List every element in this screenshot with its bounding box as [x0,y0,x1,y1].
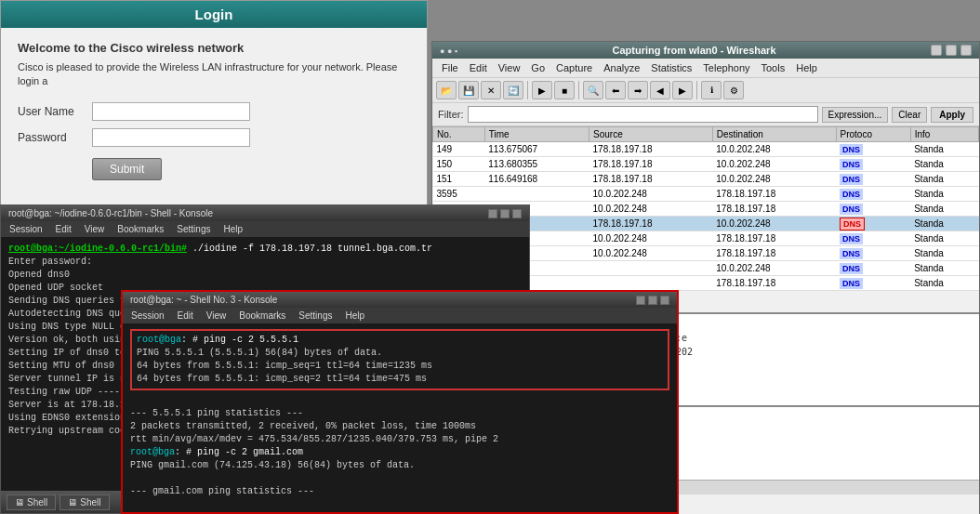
shell3-line: 2 packets transmitted, 2 received, 0% pa… [130,420,669,433]
expression-button[interactable]: Expression... [822,107,889,123]
apply-button[interactable]: Apply [931,107,973,123]
shell1-minimize[interactable] [488,209,497,218]
shell3-maximize[interactable] [648,296,657,305]
shell3-menubar: Session Edit View Bookmarks Settings Hel… [123,308,677,323]
shell3-line: root@bga: # ping -c 2 5.5.5.1 [137,334,663,347]
menu-edit[interactable]: Edit [464,60,493,75]
toolbar-stop[interactable]: ■ [554,81,575,99]
filter-input[interactable] [468,106,818,123]
toolbar-zoom-reset[interactable]: ➡ [628,81,648,99]
username-label: User Name [18,105,92,118]
table-cell [589,276,713,291]
login-desc: Cisco is pleased to provide the Wireless… [18,60,410,89]
shell3-window: root@bga: ~ - Shell No. 3 - Konsole Sess… [121,290,679,514]
toolbar-reload[interactable]: 🔄 [503,81,523,99]
shell1-menu-bookmarks[interactable]: Bookmarks [113,223,168,235]
col-source: Source [589,127,713,142]
table-row[interactable]: 151116.649168178.18.197.1810.0.202.248DN… [433,172,979,187]
username-row: User Name [18,102,410,121]
shell1-maximize[interactable] [500,209,510,218]
toolbar-filter-go[interactable]: ▶ [532,81,552,99]
minimize-button[interactable] [931,45,942,56]
shell1-menu-view[interactable]: View [80,223,110,235]
shell1-close[interactable] [512,209,522,218]
table-cell: 10.0.202.248 [589,202,713,217]
shell3-menu-settings[interactable]: Settings [294,310,337,322]
table-cell: 113.680355 [484,157,589,172]
info-cell: Standa [910,157,978,172]
username-input[interactable] [92,102,250,121]
menu-file[interactable]: File [436,60,464,75]
password-input[interactable] [92,128,250,147]
shell3-close[interactable] [660,296,669,305]
table-cell: 151 [433,172,485,187]
col-info: Info [910,127,978,142]
shell1-menu-session[interactable]: Session [5,223,47,235]
toolbar-info[interactable]: ℹ [701,81,722,99]
login-titlebar: Login [1,1,427,28]
shell3-menu-bookmarks[interactable]: Bookmarks [234,310,290,322]
table-cell: 3595 [433,187,485,202]
toolbar-forward[interactable]: ▶ [672,81,693,99]
menu-view[interactable]: View [493,60,526,75]
shell3-line: --- gmail.com ping statistics --- [130,485,669,497]
wireshark-menubar: File Edit View Go Capture Analyze Statis… [432,59,979,78]
taskbar-shell2[interactable]: 🖥 Shell [60,494,109,510]
wireshark-filter-bar: Filter: Expression... Clear Apply [432,103,979,126]
table-cell: 178.18.197.18 [589,142,713,157]
taskbar-shell1[interactable]: 🖥 Shell [7,494,56,510]
table-cell: 178.18.197.18 [712,202,836,217]
shell1-menu-help[interactable]: Help [219,223,247,235]
clear-button[interactable]: Clear [892,107,927,123]
shell1-menu-settings[interactable]: Settings [172,223,215,235]
login-title: Login [195,7,233,22]
shell3-menu-edit[interactable]: Edit [173,310,198,322]
menu-tools[interactable]: Tools [756,60,791,75]
taskbar-label2: Shell [80,497,100,507]
info-cell: Standa [910,276,978,291]
toolbar-prefs[interactable]: ⚙ [723,81,744,99]
shell3-minimize[interactable] [636,296,645,305]
table-cell: 10.0.202.248 [712,261,836,276]
maximize-button[interactable] [946,45,957,56]
wireshark-toolbar: 📂 💾 ✕ 🔄 ▶ ■ 🔍 ⬅ ➡ ◀ ▶ ℹ ⚙ [432,78,979,103]
shell1-menu-edit[interactable]: Edit [51,223,76,235]
table-cell: 10.0.202.248 [712,142,836,157]
table-row[interactable]: 359510.0.202.248178.18.197.18DNSStanda [433,187,979,202]
toolbar-zoom-out[interactable]: ⬅ [605,81,626,99]
info-cell: Standa [910,202,978,217]
proto-cell: DNS [836,172,910,187]
toolbar-open[interactable]: 📂 [436,81,457,99]
table-row[interactable]: 150113.680355178.18.197.1810.0.202.248DN… [433,157,979,172]
table-cell: 10.0.202.248 [712,172,836,187]
table-header: No. Time Source Destination Protoco Info [433,127,979,142]
menu-analyze[interactable]: Analyze [598,60,645,75]
toolbar-back[interactable]: ◀ [650,81,670,99]
shell1-line: root@bga:~/iodine-0.6.0-rc1/bin# ./iodin… [8,243,522,256]
table-cell: 10.0.202.248 [589,187,713,202]
table-cell: 10.0.202.248 [712,157,836,172]
table-row[interactable]: 149113.675067178.18.197.1810.0.202.248DN… [433,142,979,157]
menu-capture[interactable]: Capture [550,60,598,75]
table-cell: 178.18.197.18 [712,276,836,291]
toolbar-close[interactable]: ✕ [481,81,501,99]
table-cell [589,261,713,276]
wireshark-window-controls [931,45,972,56]
menu-help[interactable]: Help [790,60,823,75]
shell3-menu-session[interactable]: Session [126,310,169,322]
col-no: No. [433,127,485,142]
submit-button[interactable]: Submit [92,158,162,180]
close-button[interactable] [960,45,972,56]
table-cell: 10.0.202.248 [589,246,713,261]
menu-go[interactable]: Go [525,60,550,75]
toolbar-save[interactable]: 💾 [458,81,479,99]
shell1-titlebar: root@bga: ~/iodine-0.6.0-rc1/bin - Shell… [1,205,529,221]
menu-statistics[interactable]: Statistics [645,60,697,75]
toolbar-zoom-in[interactable]: 🔍 [583,81,603,99]
menu-telephony[interactable]: Telephony [697,60,755,75]
toolbar-sep1 [527,81,528,99]
shell3-menu-help[interactable]: Help [340,310,369,322]
table-cell: 178.18.197.18 [712,231,836,246]
shell3-menu-view[interactable]: View [202,310,232,322]
info-cell: Standa [910,142,978,157]
